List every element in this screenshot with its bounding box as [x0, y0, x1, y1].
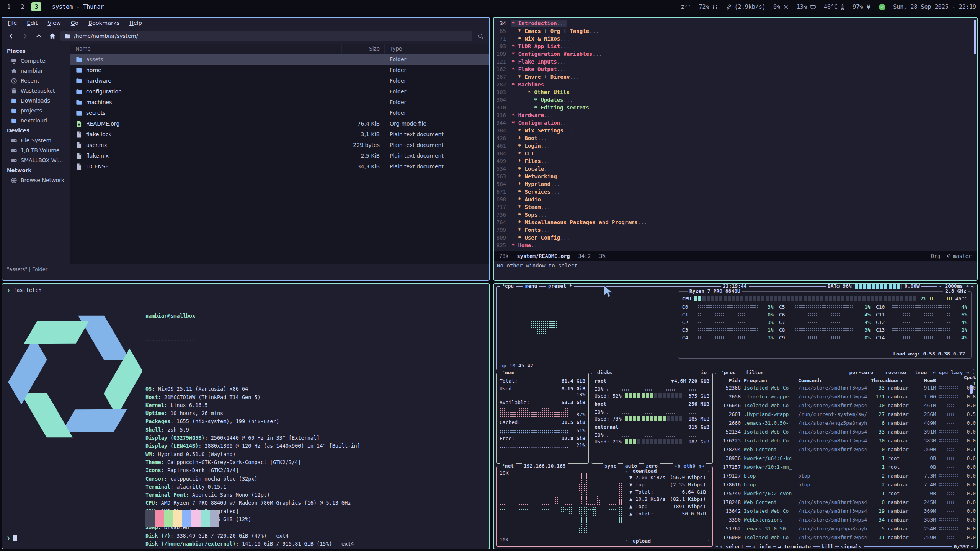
sidebar-item[interactable]: projects	[2, 106, 70, 116]
sidebar-item[interactable]: Recent	[2, 76, 70, 86]
org-heading-line[interactable]: 384 *Nix Settings...	[494, 127, 977, 134]
process-row[interactable]: 13642 Isolated Web Co /nix/store/sm8fmrf…	[715, 507, 974, 515]
scrollbar-thumb[interactable]	[974, 20, 976, 54]
menu-item[interactable]: Edit	[27, 20, 38, 26]
sidebar-item[interactable]: Wastebasket	[2, 86, 70, 96]
header-threads[interactable]: Threads:	[871, 378, 885, 383]
process-row[interactable]: 52368 Isolated Web Co /nix/store/sm8fmrf…	[715, 383, 974, 392]
column-type[interactable]: Type	[384, 44, 489, 54]
file-row[interactable]: hardware Folder	[70, 75, 489, 86]
org-heading-line[interactable]: 428 *Boot...	[494, 134, 977, 142]
org-heading-line[interactable]: 65 *Emacs + Org + Tangle...	[494, 27, 977, 35]
file-row[interactable]: LICENSE 34,3 KiB Plain text document	[70, 161, 489, 172]
menu-item[interactable]: File	[8, 20, 17, 26]
sort-column-switcher[interactable]: ← cpu lazy →	[931, 370, 971, 376]
idle-inhibitor[interactable]: zᶻᶻ	[681, 3, 691, 10]
cpu-module[interactable]: 0%	[773, 3, 789, 10]
process-row[interactable]: 3390 WebExtensions /nix/store/sm8fmrf3wp…	[715, 515, 974, 524]
kill-hint[interactable]: kill	[820, 544, 835, 549]
org-heading-line[interactable]: 698 *Audio...	[494, 196, 977, 203]
process-row[interactable]: 2601 .Hyprland-wrapp /run/current-system…	[715, 410, 974, 419]
sidebar-device-item[interactable]: SMALLBOX Wi...	[2, 155, 70, 165]
org-heading-line[interactable]: 809 *User Config...	[494, 234, 977, 241]
header-command[interactable]: Command:	[798, 378, 868, 383]
io-toggle[interactable]: io	[699, 370, 709, 376]
org-heading-line[interactable]: 162 *Flake Output...	[494, 65, 977, 73]
process-row[interactable]: 175749 kworker/6:2-even 1 root 0B 0.0	[715, 489, 974, 498]
org-heading-line[interactable]: 825 *Home...	[494, 241, 977, 249]
org-heading-line[interactable]: 282 *Machines...	[494, 81, 977, 88]
tab-disks[interactable]: disks	[595, 370, 614, 376]
volume-module[interactable]: 72%	[699, 3, 718, 10]
process-row[interactable]: 2658 .firefox-wrappe /nix/store/sm8fmrf3…	[715, 392, 974, 401]
terminate-hint[interactable]: ↵ terminate	[776, 544, 813, 549]
temperature-module[interactable]: 46°C	[824, 3, 845, 10]
network-module[interactable]: (2.9kb/s)	[726, 3, 766, 10]
battery-module[interactable]: 97%	[853, 3, 871, 10]
back-button[interactable]	[5, 31, 17, 41]
filter-button[interactable]: filter	[744, 370, 766, 376]
column-name[interactable]: Name	[70, 46, 341, 52]
select-hint[interactable]: ↑ select	[718, 544, 746, 549]
header-pid[interactable]: Pid:	[719, 378, 741, 383]
memory-module[interactable]: 13%	[797, 3, 816, 10]
org-heading-line[interactable]: 484 *CLI...	[494, 150, 977, 157]
org-heading-line[interactable]: 303 *Other Utils	[494, 88, 977, 96]
sidebar-device-item[interactable]: File System	[2, 135, 70, 145]
menu-item[interactable]: Help	[129, 20, 142, 26]
org-heading-line[interactable]: 344 *Configuration...	[494, 119, 977, 127]
header-mem[interactable]: MemB	[918, 378, 936, 383]
menu-button[interactable]: menu	[523, 283, 539, 289]
org-heading-line[interactable]: 310 *Editing secrets...	[494, 104, 977, 111]
process-row[interactable]: 178294 Web Content /nix/store/sm8fmrf3wp…	[715, 445, 974, 454]
org-buffer[interactable]: 34 *Introduction... 65 *Emacs + Org + Ta…	[494, 18, 977, 251]
preset-button[interactable]: preset *	[546, 283, 574, 289]
per-core-button[interactable]: per-core	[847, 370, 875, 376]
interface-switcher[interactable]: ←b eth0 n→	[673, 463, 706, 469]
org-heading-line[interactable]: 717 *Steam...	[494, 203, 977, 211]
header-cpu[interactable]: Cpu% ↑	[961, 375, 976, 386]
path-bar[interactable]: /home/nambiar/system/	[60, 31, 472, 41]
signals-hint[interactable]: signals	[839, 544, 864, 549]
sidebar-device-item[interactable]: 1,0 TB Volume	[2, 145, 70, 155]
org-heading-line[interactable]: 461 *Login...	[494, 142, 977, 150]
process-row[interactable]: 51762 .emacs-31.0.50- /nix/store/wnqz5pa…	[715, 524, 974, 533]
tab-proc[interactable]: ⁴proc	[719, 370, 738, 376]
org-heading-line[interactable]: 267 *Envrc + Direnv...	[494, 73, 977, 81]
tab-net[interactable]: ³net	[500, 463, 516, 469]
tree-button[interactable]: tree	[913, 370, 929, 376]
home-button[interactable]	[47, 31, 58, 41]
org-heading-line[interactable]: 109 *Configuration Variables...	[494, 50, 977, 58]
process-row[interactable]: 178616 btop btop 2 nambiar 7.4M 0.0	[715, 480, 974, 489]
header-program[interactable]: Program:	[744, 378, 795, 383]
org-heading-line[interactable]: 304 *Updates...	[494, 96, 977, 104]
org-heading-line[interactable]: 93 *TLDR App List...	[494, 42, 977, 50]
sidebar-item[interactable]: Downloads	[2, 96, 70, 106]
sidebar-item[interactable]: Computer	[2, 56, 70, 66]
workspace-button[interactable]: 1	[4, 2, 14, 11]
menu-item[interactable]: Go	[71, 20, 78, 26]
file-row[interactable]: user.nix 229 bytes Plain text document	[70, 140, 489, 150]
org-heading-line[interactable]: 534 *Locale...	[494, 165, 977, 173]
header-user[interactable]: User:	[888, 378, 915, 383]
tab-cpu[interactable]: ¹cpu	[500, 283, 516, 289]
process-row[interactable]: 179127 btop btop 2 nambiar 7.3M 0.0	[715, 471, 974, 480]
org-heading-line[interactable]: 584 *Hyprland...	[494, 180, 977, 188]
file-row[interactable]: secrets Folder	[70, 108, 489, 118]
org-heading-line[interactable]: 563 *Networking...	[494, 173, 977, 180]
org-heading-line[interactable]: 34 *Introduction...	[494, 20, 977, 27]
process-row[interactable]: 178248 Web Content /nix/store/sm8fmrf3wp…	[715, 498, 974, 507]
file-row[interactable]: flake.nix 2,5 KiB Plain text document	[70, 150, 489, 161]
org-heading-line[interactable]: 799 *Fonts...	[494, 226, 977, 234]
process-row[interactable]: 176000 Isolated Web Co /nix/store/sm8fmr…	[715, 533, 974, 542]
tab-mem[interactable]: ²mem	[500, 370, 516, 376]
file-row[interactable]: home Folder	[70, 65, 489, 75]
process-row[interactable]: 176223 Isolated Web Co /nix/store/sm8fmr…	[715, 436, 974, 445]
org-heading-line[interactable]: 764 *Miscellaneous Packages and Programs…	[494, 218, 977, 226]
workspace-button[interactable]: 2	[18, 2, 28, 11]
process-row[interactable]: 38936 kworker/u64:6-kc 1 root 0B 0.0	[715, 454, 974, 463]
process-scrollbar-thumb[interactable]	[970, 385, 973, 394]
systemd-ok-module[interactable]: ✓	[879, 4, 885, 10]
sidebar-network-item[interactable]: Browse Network	[2, 175, 70, 185]
file-row[interactable]: machines Folder	[70, 97, 489, 108]
